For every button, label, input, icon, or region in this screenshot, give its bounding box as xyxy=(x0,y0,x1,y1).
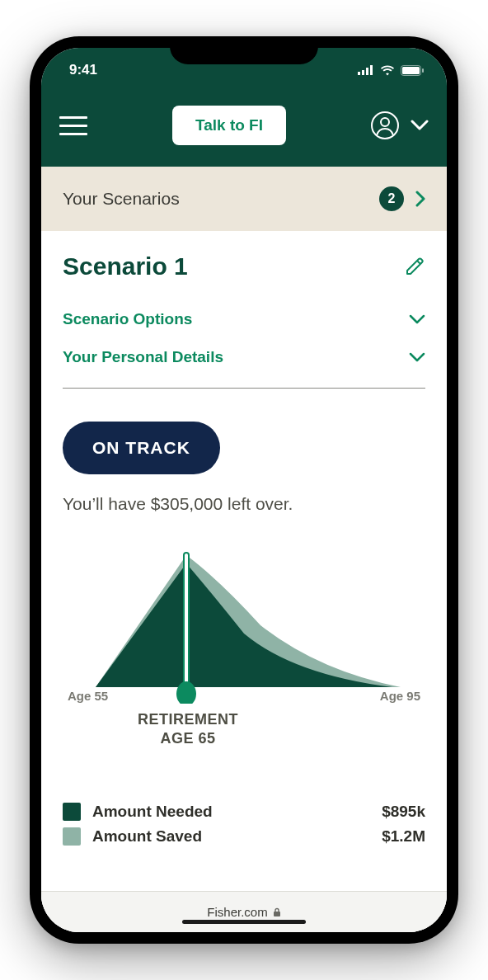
retirement-text-1: RETIREMENT xyxy=(122,710,254,729)
status-icons xyxy=(358,65,424,76)
legend-saved-label: Amount Saved xyxy=(92,827,382,846)
chevron-down-icon[interactable] xyxy=(411,120,429,131)
scenario-options-label: Scenario Options xyxy=(63,310,192,328)
svg-rect-6 xyxy=(422,68,424,73)
divider xyxy=(63,388,425,389)
scenario-title-row: Scenario 1 xyxy=(63,252,425,280)
svg-rect-5 xyxy=(402,67,420,74)
chart-svg xyxy=(79,547,409,704)
legend-needed-label: Amount Needed xyxy=(92,803,382,821)
wifi-icon xyxy=(380,65,395,76)
legend-needed-swatch xyxy=(63,803,81,821)
notch xyxy=(170,36,318,64)
talk-to-fi-button[interactable]: Talk to FI xyxy=(172,106,286,145)
svg-rect-2 xyxy=(366,68,368,75)
profile-icon[interactable] xyxy=(371,111,399,139)
legend-saved-row: Amount Saved $1.2M xyxy=(63,827,425,846)
personal-details-accordion[interactable]: Your Personal Details xyxy=(63,338,425,376)
svg-rect-9 xyxy=(274,912,280,916)
home-indicator[interactable] xyxy=(182,920,306,924)
svg-rect-3 xyxy=(370,65,373,75)
svg-point-8 xyxy=(381,118,389,126)
content: Scenario 1 Scenario Options Your Persona… xyxy=(41,231,447,932)
cellular-icon xyxy=(358,65,374,75)
your-scenarios-label: Your Scenarios xyxy=(63,189,180,209)
your-scenarios-bar[interactable]: Your Scenarios 2 xyxy=(41,167,447,231)
phone-frame: 9:41 Talk to FI Your Scenarios 2 xyxy=(30,36,458,944)
retirement-age-label: RETIREMENT AGE 65 xyxy=(122,710,254,749)
retirement-text-2: AGE 65 xyxy=(122,729,254,748)
app-header: Talk to FI xyxy=(41,92,447,167)
chevron-down-icon xyxy=(409,314,425,324)
battery-icon xyxy=(401,65,424,76)
scenario-title: Scenario 1 xyxy=(63,252,188,280)
scenarios-right: 2 xyxy=(379,186,425,211)
personal-details-label: Your Personal Details xyxy=(63,348,223,366)
header-right xyxy=(371,111,429,139)
scenario-options-accordion[interactable]: Scenario Options xyxy=(63,300,425,338)
summary-text: You’ll have $305,000 left over. xyxy=(63,494,425,514)
axis-left-label: Age 55 xyxy=(68,689,108,703)
legend-saved-value: $1.2M xyxy=(382,827,425,846)
legend-saved-swatch xyxy=(63,827,81,846)
lock-icon xyxy=(273,907,281,917)
menu-button[interactable] xyxy=(59,116,87,135)
edit-icon[interactable] xyxy=(404,256,425,277)
chevron-down-icon xyxy=(409,352,425,362)
retirement-chart: Age 55 Age 95 RETIREMENT AGE 65 xyxy=(63,547,425,753)
phone-screen: 9:41 Talk to FI Your Scenarios 2 xyxy=(41,48,447,932)
browser-bar: Fisher.com xyxy=(41,891,447,932)
axis-right-label: Age 95 xyxy=(380,689,420,703)
chevron-right-icon[interactable] xyxy=(415,191,425,207)
svg-rect-1 xyxy=(362,70,364,75)
scenarios-count-badge: 2 xyxy=(379,186,404,211)
legend-needed-value: $895k xyxy=(382,803,425,821)
browser-domain: Fisher.com xyxy=(207,905,267,919)
status-time: 9:41 xyxy=(69,62,97,78)
on-track-pill: ON TRACK xyxy=(63,422,220,474)
retirement-marker-line-inner xyxy=(185,554,188,692)
svg-rect-0 xyxy=(358,72,360,75)
legend-needed-row: Amount Needed $895k xyxy=(63,803,425,821)
